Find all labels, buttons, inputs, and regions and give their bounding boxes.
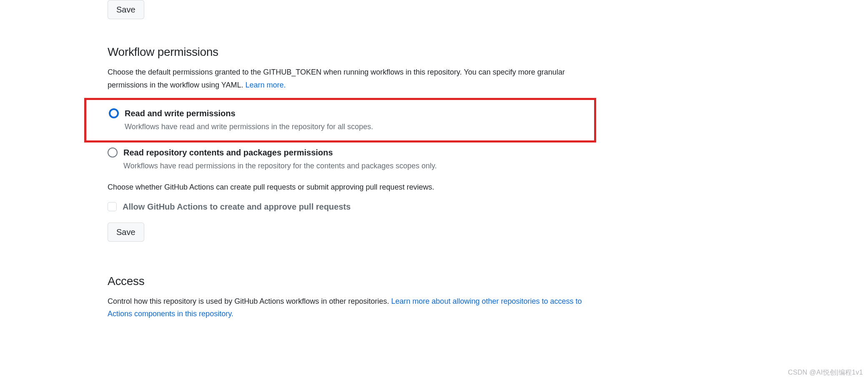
watermark-text: CSDN @AI悦创|编程1v1: [788, 368, 863, 378]
save-button-top[interactable]: Save: [108, 0, 144, 19]
radio-option-read-write[interactable]: Read and write permissions Workflows hav…: [109, 108, 587, 133]
workflow-intro-text: Choose the default permissions granted t…: [108, 68, 565, 89]
access-intro: Control how this repository is used by G…: [108, 295, 591, 320]
option1-desc: Workflows have read and write permission…: [125, 121, 373, 133]
option2-desc: Workflows have read permissions in the r…: [123, 160, 437, 172]
access-intro-text: Control how this repository is used by G…: [108, 297, 391, 305]
radio-unselected-icon: [108, 148, 118, 158]
workflow-permissions-intro: Choose the default permissions granted t…: [108, 66, 591, 91]
option2-label: Read repository contents and packages pe…: [123, 147, 437, 158]
allow-pr-checkbox-label: Allow GitHub Actions to create and appro…: [123, 201, 351, 212]
access-heading: Access: [108, 272, 591, 290]
highlighted-option-box: Read and write permissions Workflows hav…: [84, 98, 596, 142]
radio-selected-icon: [109, 108, 119, 118]
workflow-permissions-heading: Workflow permissions: [108, 43, 591, 61]
allow-pr-checkbox-row[interactable]: Allow GitHub Actions to create and appro…: [108, 201, 591, 212]
save-button-workflow[interactable]: Save: [108, 222, 144, 242]
pr-permissions-intro: Choose whether GitHub Actions can create…: [108, 181, 591, 193]
option1-label: Read and write permissions: [125, 108, 373, 119]
learn-more-workflow-link[interactable]: Learn more.: [245, 81, 286, 89]
radio-option-read-only[interactable]: Read repository contents and packages pe…: [108, 147, 591, 172]
checkbox-unchecked-icon: [108, 202, 117, 211]
